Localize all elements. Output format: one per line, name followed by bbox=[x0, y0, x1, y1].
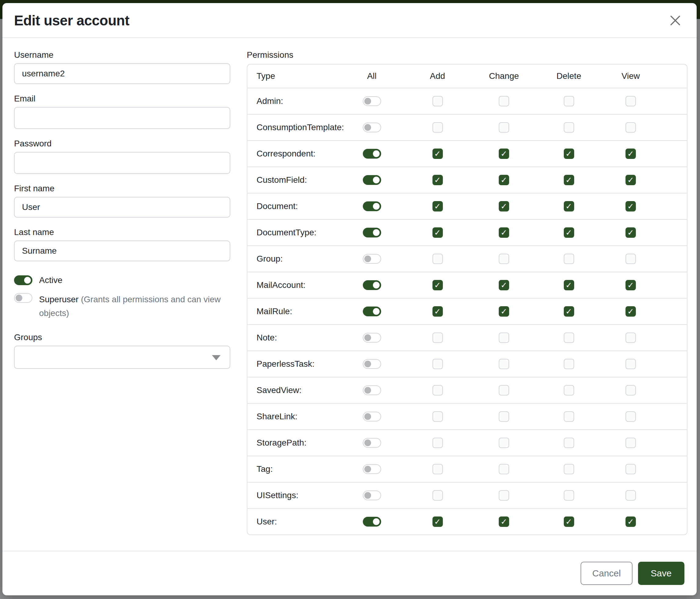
cancel-button[interactable]: Cancel bbox=[581, 562, 632, 585]
permission-add-checkbox[interactable] bbox=[432, 201, 443, 212]
permission-change-checkbox[interactable] bbox=[499, 122, 509, 133]
permission-view-checkbox[interactable] bbox=[625, 122, 636, 133]
permission-view-checkbox[interactable] bbox=[625, 175, 636, 185]
password-field[interactable] bbox=[14, 152, 230, 174]
permission-change-checkbox[interactable] bbox=[499, 490, 509, 501]
permission-view-checkbox[interactable] bbox=[625, 385, 636, 396]
permission-delete-checkbox[interactable] bbox=[564, 254, 574, 264]
permission-add-checkbox[interactable] bbox=[432, 96, 443, 106]
permission-delete-checkbox[interactable] bbox=[564, 490, 574, 501]
permission-add-checkbox[interactable] bbox=[432, 438, 443, 448]
permission-change-checkbox[interactable] bbox=[499, 201, 509, 212]
permission-add-checkbox[interactable] bbox=[432, 464, 443, 474]
permission-all-toggle[interactable] bbox=[363, 228, 381, 237]
permission-all-toggle[interactable] bbox=[363, 464, 381, 474]
permission-delete-checkbox[interactable] bbox=[564, 333, 574, 343]
groups-select[interactable] bbox=[14, 346, 230, 369]
permission-type-label: Admin: bbox=[247, 96, 339, 106]
permission-all-toggle[interactable] bbox=[363, 123, 381, 132]
permission-change-checkbox[interactable] bbox=[499, 148, 509, 159]
permission-view-checkbox[interactable] bbox=[625, 96, 636, 106]
permission-change-checkbox[interactable] bbox=[499, 96, 509, 106]
permission-delete-checkbox[interactable] bbox=[564, 385, 574, 396]
permission-all-toggle[interactable] bbox=[363, 175, 381, 185]
permission-view-checkbox[interactable] bbox=[625, 201, 636, 212]
permission-add-checkbox[interactable] bbox=[432, 175, 443, 185]
permission-delete-checkbox[interactable] bbox=[564, 96, 574, 106]
permission-view-checkbox[interactable] bbox=[625, 254, 636, 264]
permission-change-checkbox[interactable] bbox=[499, 385, 509, 396]
save-button[interactable]: Save bbox=[638, 562, 684, 585]
permission-all-toggle[interactable] bbox=[363, 280, 381, 290]
permission-change-checkbox[interactable] bbox=[499, 280, 509, 290]
permission-view-checkbox[interactable] bbox=[625, 280, 636, 290]
groups-label: Groups bbox=[14, 333, 230, 342]
permission-delete-checkbox[interactable] bbox=[564, 359, 574, 369]
permission-delete-checkbox[interactable] bbox=[564, 148, 574, 159]
permission-view-checkbox[interactable] bbox=[625, 438, 636, 448]
permission-view-checkbox[interactable] bbox=[625, 148, 636, 159]
permission-delete-checkbox[interactable] bbox=[564, 227, 574, 238]
permission-view-checkbox[interactable] bbox=[625, 517, 636, 527]
permission-add-checkbox[interactable] bbox=[432, 280, 443, 290]
permission-add-checkbox[interactable] bbox=[432, 359, 443, 369]
permission-delete-checkbox[interactable] bbox=[564, 438, 574, 448]
permission-change-checkbox[interactable] bbox=[499, 438, 509, 448]
close-button[interactable] bbox=[667, 13, 683, 28]
email-field[interactable] bbox=[14, 107, 230, 129]
permission-all-toggle[interactable] bbox=[363, 385, 381, 395]
permission-delete-checkbox[interactable] bbox=[564, 122, 574, 133]
permission-add-checkbox[interactable] bbox=[432, 411, 443, 422]
permission-delete-checkbox[interactable] bbox=[564, 280, 574, 290]
permission-add-checkbox[interactable] bbox=[432, 306, 443, 317]
permission-change-checkbox[interactable] bbox=[499, 254, 509, 264]
permission-delete-checkbox[interactable] bbox=[564, 175, 574, 185]
permission-add-checkbox[interactable] bbox=[432, 122, 443, 133]
permission-view-checkbox[interactable] bbox=[625, 464, 636, 474]
permission-all-toggle[interactable] bbox=[363, 490, 381, 500]
permission-change-checkbox[interactable] bbox=[499, 464, 509, 474]
permission-view-checkbox[interactable] bbox=[625, 227, 636, 238]
permission-all-toggle[interactable] bbox=[363, 517, 381, 527]
permission-change-checkbox[interactable] bbox=[499, 333, 509, 343]
active-toggle[interactable] bbox=[14, 275, 32, 285]
permission-add-checkbox[interactable] bbox=[432, 254, 443, 264]
permission-change-checkbox[interactable] bbox=[499, 175, 509, 185]
permission-view-checkbox[interactable] bbox=[625, 490, 636, 501]
permission-delete-checkbox[interactable] bbox=[564, 411, 574, 422]
dialog-header: Edit user account bbox=[2, 3, 697, 38]
permission-delete-checkbox[interactable] bbox=[564, 517, 574, 527]
permission-change-checkbox[interactable] bbox=[499, 306, 509, 317]
permission-view-checkbox[interactable] bbox=[625, 306, 636, 317]
permission-change-checkbox[interactable] bbox=[499, 227, 509, 238]
permission-all-toggle[interactable] bbox=[363, 333, 381, 342]
permission-view-checkbox[interactable] bbox=[625, 359, 636, 369]
permission-delete-checkbox[interactable] bbox=[564, 306, 574, 317]
permission-change-checkbox[interactable] bbox=[499, 411, 509, 422]
permission-all-toggle[interactable] bbox=[363, 412, 381, 422]
permission-add-checkbox[interactable] bbox=[432, 517, 443, 527]
permission-all-toggle[interactable] bbox=[363, 359, 381, 369]
permission-delete-checkbox[interactable] bbox=[564, 201, 574, 212]
permission-all-toggle[interactable] bbox=[363, 254, 381, 264]
permission-view-checkbox[interactable] bbox=[625, 333, 636, 343]
permission-add-checkbox[interactable] bbox=[432, 227, 443, 238]
permission-add-checkbox[interactable] bbox=[432, 148, 443, 159]
permission-all-toggle[interactable] bbox=[363, 438, 381, 448]
permission-all-toggle[interactable] bbox=[363, 149, 381, 159]
permission-change-checkbox[interactable] bbox=[499, 517, 509, 527]
permission-change-checkbox[interactable] bbox=[499, 359, 509, 369]
first-name-input[interactable] bbox=[14, 197, 230, 218]
permission-all-toggle[interactable] bbox=[363, 201, 381, 211]
permission-add-checkbox[interactable] bbox=[432, 333, 443, 343]
permission-add-checkbox[interactable] bbox=[432, 490, 443, 501]
permission-add-checkbox[interactable] bbox=[432, 385, 443, 396]
permission-all-toggle[interactable] bbox=[363, 96, 381, 106]
permission-delete-checkbox[interactable] bbox=[564, 464, 574, 474]
permission-type-label: Group: bbox=[247, 254, 339, 264]
username-input[interactable] bbox=[14, 63, 230, 84]
permission-view-checkbox[interactable] bbox=[625, 411, 636, 422]
last-name-input[interactable] bbox=[14, 241, 230, 261]
superuser-toggle[interactable] bbox=[14, 293, 32, 303]
permission-all-toggle[interactable] bbox=[363, 307, 381, 316]
